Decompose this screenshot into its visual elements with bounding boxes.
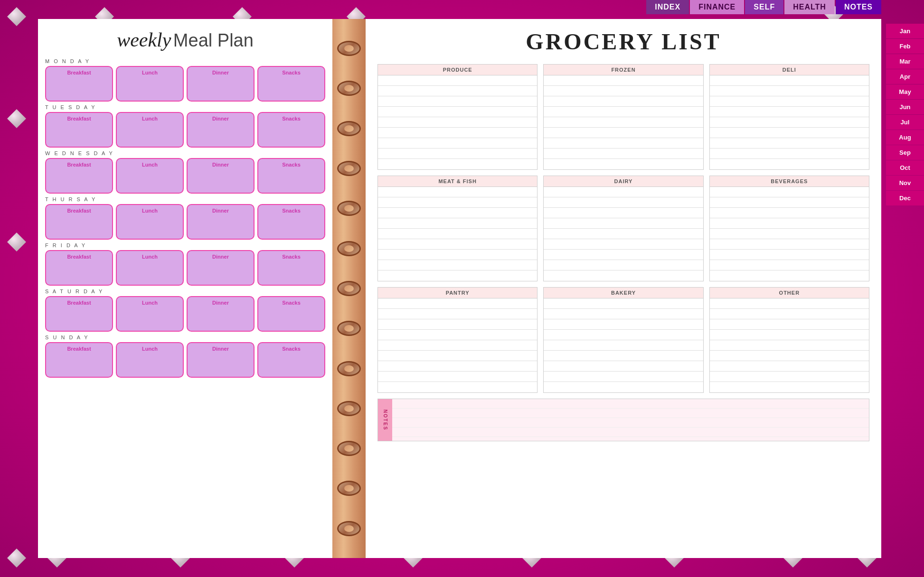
pantry-line-4[interactable] [378,330,537,340]
meal-box-sunday-dinner[interactable]: Dinner [187,342,255,378]
meal-box-wednesday-dinner[interactable]: Dinner [187,158,255,194]
bakery-line-9[interactable] [544,382,703,392]
month-may[interactable]: May [886,84,924,99]
frozen-line-7[interactable] [544,138,703,149]
frozen-line-2[interactable] [544,86,703,96]
month-mar[interactable]: Mar [886,54,924,69]
bakery-line-2[interactable] [544,309,703,319]
other-line-7[interactable] [710,361,869,372]
produce-line-7[interactable] [378,138,537,149]
meal-box-wednesday-breakfast[interactable]: Breakfast [45,158,113,194]
dairy-line-7[interactable] [544,250,703,260]
deli-line-5[interactable] [710,117,869,128]
month-feb[interactable]: Feb [886,39,924,54]
bakery-line-8[interactable] [544,372,703,382]
meat-line-8[interactable] [378,260,537,270]
dairy-line-1[interactable] [544,187,703,197]
deli-line-8[interactable] [710,149,869,159]
month-jul[interactable]: Jul [886,115,924,130]
bev-line-5[interactable] [710,229,869,239]
tab-finance[interactable]: FINANCE [690,0,744,14]
meal-box-tuesday-breakfast[interactable]: Breakfast [45,112,113,148]
tab-notes[interactable]: NOTES [836,0,881,14]
deli-line-6[interactable] [710,128,869,138]
other-line-9[interactable] [710,382,869,392]
meal-box-thursday-snacks[interactable]: Snacks [257,204,325,240]
deli-line-7[interactable] [710,138,869,149]
bakery-line-7[interactable] [544,361,703,372]
dairy-line-6[interactable] [544,239,703,250]
other-line-3[interactable] [710,319,869,330]
other-line-4[interactable] [710,330,869,340]
meal-box-friday-snacks[interactable]: Snacks [257,250,325,286]
other-line-2[interactable] [710,309,869,319]
dairy-line-8[interactable] [544,260,703,270]
meal-box-monday-snacks[interactable]: Snacks [257,66,325,102]
tab-health[interactable]: HEALTH [784,0,835,14]
produce-line-3[interactable] [378,96,537,107]
meal-box-friday-lunch[interactable]: Lunch [116,250,184,286]
meat-line-7[interactable] [378,250,537,260]
bev-line-9[interactable] [710,270,869,281]
produce-line-8[interactable] [378,149,537,159]
meal-box-wednesday-snacks[interactable]: Snacks [257,158,325,194]
bakery-line-4[interactable] [544,330,703,340]
month-dec[interactable]: Dec [886,191,924,205]
produce-line-1[interactable] [378,75,537,86]
produce-line-2[interactable] [378,86,537,96]
pantry-line-2[interactable] [378,309,537,319]
pantry-line-5[interactable] [378,340,537,351]
meal-box-sunday-snacks[interactable]: Snacks [257,342,325,378]
tab-index[interactable]: INDEX [646,0,689,14]
bakery-line-6[interactable] [544,351,703,361]
produce-line-5[interactable] [378,117,537,128]
bakery-line-3[interactable] [544,319,703,330]
deli-line-2[interactable] [710,86,869,96]
bev-line-3[interactable] [710,208,869,218]
meal-box-thursday-lunch[interactable]: Lunch [116,204,184,240]
meat-line-2[interactable] [378,197,537,208]
pantry-line-7[interactable] [378,361,537,372]
bakery-line-1[interactable] [544,298,703,309]
frozen-line-6[interactable] [544,128,703,138]
meat-line-4[interactable] [378,218,537,229]
frozen-line-1[interactable] [544,75,703,86]
produce-line-9[interactable] [378,159,537,169]
meal-box-tuesday-lunch[interactable]: Lunch [116,112,184,148]
meal-box-saturday-snacks[interactable]: Snacks [257,296,325,332]
month-apr[interactable]: Apr [886,69,924,84]
dairy-line-2[interactable] [544,197,703,208]
other-line-8[interactable] [710,372,869,382]
meal-box-saturday-dinner[interactable]: Dinner [187,296,255,332]
meat-line-9[interactable] [378,270,537,281]
month-jan[interactable]: Jan [886,24,924,38]
month-sep[interactable]: Sep [886,145,924,160]
deli-line-3[interactable] [710,96,869,107]
produce-line-6[interactable] [378,128,537,138]
meal-box-tuesday-dinner[interactable]: Dinner [187,112,255,148]
meal-box-sunday-breakfast[interactable]: Breakfast [45,342,113,378]
frozen-line-5[interactable] [544,117,703,128]
frozen-line-8[interactable] [544,149,703,159]
month-jun[interactable]: Jun [886,100,924,114]
meat-line-5[interactable] [378,229,537,239]
deli-line-4[interactable] [710,107,869,117]
meal-box-tuesday-snacks[interactable]: Snacks [257,112,325,148]
meal-box-monday-lunch[interactable]: Lunch [116,66,184,102]
meal-box-friday-breakfast[interactable]: Breakfast [45,250,113,286]
bev-line-7[interactable] [710,250,869,260]
other-line-5[interactable] [710,340,869,351]
other-line-1[interactable] [710,298,869,309]
meal-box-saturday-lunch[interactable]: Lunch [116,296,184,332]
month-nov[interactable]: Nov [886,176,924,190]
frozen-line-4[interactable] [544,107,703,117]
bev-line-4[interactable] [710,218,869,229]
bev-line-1[interactable] [710,187,869,197]
dairy-line-9[interactable] [544,270,703,281]
bakery-line-5[interactable] [544,340,703,351]
pantry-line-9[interactable] [378,382,537,392]
meal-box-sunday-lunch[interactable]: Lunch [116,342,184,378]
meat-line-1[interactable] [378,187,537,197]
dairy-line-3[interactable] [544,208,703,218]
notes-content[interactable] [392,399,869,441]
